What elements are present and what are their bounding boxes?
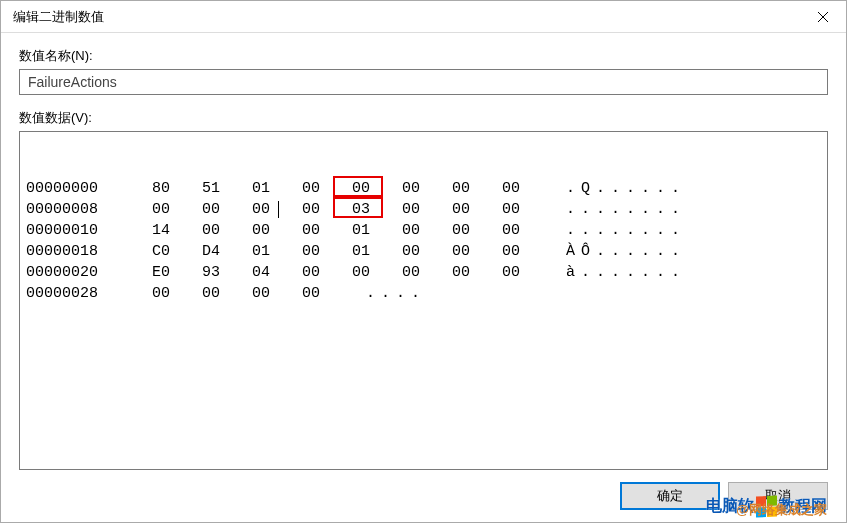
- hex-offset: 00000008: [26, 199, 136, 220]
- hex-byte[interactable]: 00: [436, 199, 486, 220]
- hex-byte[interactable]: 00: [486, 178, 536, 199]
- hex-byte[interactable]: 51: [186, 178, 236, 199]
- hex-bytes: 8051010000000000: [136, 178, 536, 199]
- hex-byte[interactable]: 00: [186, 283, 236, 304]
- value-name-label: 数值名称(N):: [19, 47, 828, 65]
- hex-byte[interactable]: 00: [486, 220, 536, 241]
- hex-bytes: 0000000003000000: [136, 199, 536, 220]
- hex-byte[interactable]: D4: [186, 241, 236, 262]
- hex-byte[interactable]: 01: [236, 241, 286, 262]
- hex-bytes: E093040000000000: [136, 262, 536, 283]
- hex-bytes: 00000000: [136, 283, 336, 304]
- cancel-button[interactable]: 取消: [728, 482, 828, 510]
- hex-byte[interactable]: 00: [286, 241, 336, 262]
- hex-byte[interactable]: E0: [136, 262, 186, 283]
- hex-offset: 00000010: [26, 220, 136, 241]
- hex-byte[interactable]: 00: [136, 199, 186, 220]
- hex-byte[interactable]: C0: [136, 241, 186, 262]
- hex-byte[interactable]: 00: [286, 220, 336, 241]
- hex-byte[interactable]: 00: [136, 283, 186, 304]
- hex-offset: 00000018: [26, 241, 136, 262]
- hex-byte[interactable]: 00: [486, 262, 536, 283]
- button-row: 确定 取消: [19, 470, 828, 510]
- hex-offset: 00000028: [26, 283, 136, 304]
- hex-byte[interactable]: 00: [236, 220, 286, 241]
- ok-button[interactable]: 确定: [620, 482, 720, 510]
- value-data-label: 数值数据(V):: [19, 109, 828, 127]
- hex-byte[interactable]: 00: [386, 262, 436, 283]
- hex-byte[interactable]: 00: [286, 199, 336, 220]
- hex-byte[interactable]: 93: [186, 262, 236, 283]
- hex-ascii: .Q......: [566, 178, 686, 199]
- hex-byte[interactable]: 00: [386, 178, 436, 199]
- hex-editor[interactable]: 000000008051010000000000.Q......00000008…: [19, 131, 828, 470]
- hex-bytes: C0D4010001000000: [136, 241, 536, 262]
- hex-row: 00000018C0D4010001000000ÀÔ......: [26, 241, 821, 262]
- hex-byte[interactable]: 00: [486, 199, 536, 220]
- dialog-content: 数值名称(N): 数值数据(V): 0000000080510100000000…: [1, 33, 846, 522]
- hex-byte[interactable]: 03: [336, 199, 386, 220]
- hex-byte[interactable]: 00: [286, 283, 336, 304]
- hex-byte[interactable]: 00: [236, 283, 286, 304]
- edit-binary-dialog: 编辑二进制数值 数值名称(N): 数值数据(V): 00000000805101…: [0, 0, 847, 523]
- close-icon: [818, 12, 828, 22]
- hex-byte[interactable]: 00: [436, 241, 486, 262]
- hex-byte[interactable]: 00: [486, 241, 536, 262]
- hex-byte[interactable]: 14: [136, 220, 186, 241]
- hex-row: 000000080000000003000000........: [26, 199, 821, 220]
- hex-ascii: ÀÔ......: [566, 241, 686, 262]
- hex-byte[interactable]: 80: [136, 178, 186, 199]
- hex-byte[interactable]: 04: [236, 262, 286, 283]
- hex-byte[interactable]: 00: [336, 262, 386, 283]
- hex-ascii: ........: [566, 220, 686, 241]
- hex-byte[interactable]: 01: [336, 241, 386, 262]
- window-title: 编辑二进制数值: [13, 8, 104, 26]
- hex-byte[interactable]: 00: [186, 220, 236, 241]
- hex-byte[interactable]: 00: [386, 241, 436, 262]
- hex-row: 0000002800000000....: [26, 283, 821, 304]
- hex-byte[interactable]: 00: [386, 199, 436, 220]
- hex-byte[interactable]: 00: [436, 262, 486, 283]
- hex-byte[interactable]: 00: [336, 178, 386, 199]
- hex-row: 000000008051010000000000.Q......: [26, 178, 821, 199]
- value-name-input[interactable]: [19, 69, 828, 95]
- hex-byte[interactable]: 01: [336, 220, 386, 241]
- titlebar: 编辑二进制数值: [1, 1, 846, 33]
- hex-offset: 00000020: [26, 262, 136, 283]
- hex-byte[interactable]: 00: [186, 199, 236, 220]
- hex-ascii: ....: [366, 283, 426, 304]
- hex-byte[interactable]: 01: [236, 178, 286, 199]
- hex-byte[interactable]: 00: [436, 178, 486, 199]
- text-caret: [278, 201, 279, 218]
- hex-byte[interactable]: 00: [436, 220, 486, 241]
- hex-byte[interactable]: 00: [386, 220, 436, 241]
- hex-byte[interactable]: 00: [286, 178, 336, 199]
- hex-ascii: ........: [566, 199, 686, 220]
- hex-ascii: à.......: [566, 262, 686, 283]
- hex-row: 000000101400000001000000........: [26, 220, 821, 241]
- close-button[interactable]: [800, 1, 846, 33]
- hex-bytes: 1400000001000000: [136, 220, 536, 241]
- hex-row: 00000020E093040000000000à.......: [26, 262, 821, 283]
- hex-byte[interactable]: 00: [286, 262, 336, 283]
- hex-offset: 00000000: [26, 178, 136, 199]
